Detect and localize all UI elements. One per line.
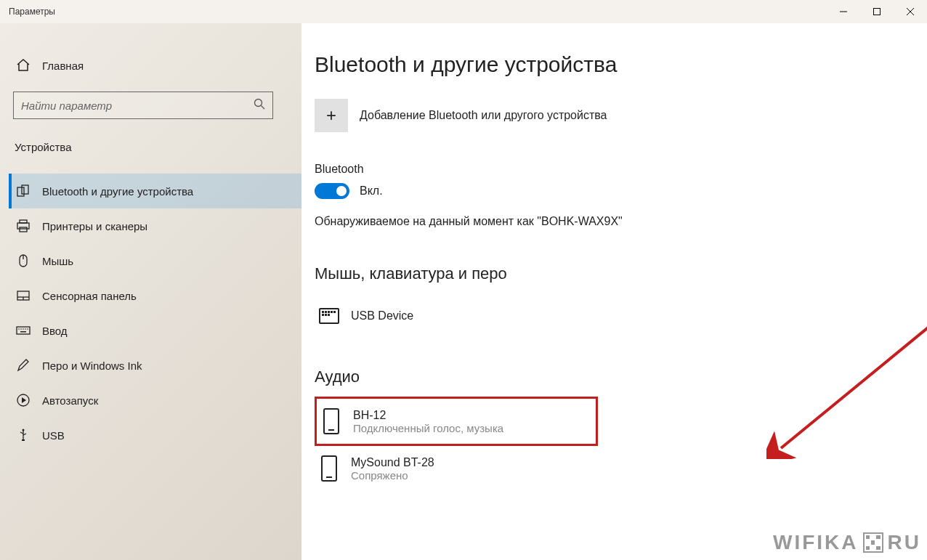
svg-rect-16 — [17, 327, 30, 334]
plus-icon: + — [315, 99, 348, 132]
sidebar-item-label: Автозапуск — [42, 394, 98, 407]
qr-icon — [863, 532, 883, 553]
page-title: Bluetooth и другие устройства — [315, 52, 927, 77]
main-content: Bluetooth и другие устройства + Добавлен… — [301, 23, 927, 560]
sidebar-item-bluetooth[interactable]: Bluetooth и другие устройства — [9, 174, 301, 208]
bluetooth-toggle-row: Вкл. — [315, 183, 927, 199]
search-icon[interactable] — [254, 98, 265, 113]
sidebar-item-usb[interactable]: USB — [9, 418, 301, 453]
svg-line-5 — [262, 106, 265, 110]
svg-rect-1 — [874, 9, 881, 15]
device-status: Подключенный голос, музыка — [353, 422, 503, 434]
device-name: MySound BT-28 — [351, 456, 434, 469]
add-device-button[interactable]: + Добавление Bluetooth или другого устро… — [315, 99, 927, 132]
search-input[interactable] — [21, 100, 254, 112]
device-row-usb[interactable]: USB Device — [315, 293, 765, 338]
svg-point-21 — [27, 328, 28, 330]
pen-icon — [16, 358, 31, 373]
usb-icon — [16, 428, 31, 442]
titlebar: Параметры — [0, 0, 927, 23]
bluetooth-label: Bluetooth — [315, 163, 927, 176]
svg-rect-26 — [22, 439, 25, 441]
svg-point-25 — [23, 429, 25, 431]
home-nav-item[interactable]: Главная — [13, 52, 301, 78]
phone-device-icon — [321, 407, 341, 435]
add-device-label: Добавление Bluetooth или другого устройс… — [360, 109, 607, 122]
search-box[interactable] — [13, 92, 273, 119]
mouse-icon — [16, 253, 31, 268]
section-mouse-header: Мышь, клавиатура и перо — [315, 264, 927, 283]
home-icon — [16, 58, 31, 73]
svg-point-20 — [25, 328, 26, 330]
svg-rect-6 — [17, 187, 24, 196]
device-name: BH-12 — [353, 409, 503, 422]
sidebar-item-label: Ввод — [42, 325, 68, 337]
printer-icon — [16, 219, 31, 233]
titlebar-controls — [827, 0, 927, 23]
keyboard-icon — [16, 323, 31, 338]
device-row-bh12[interactable]: BH-12 Подключенный голос, музыка — [315, 397, 598, 446]
sidebar-item-autoplay[interactable]: Автозапуск — [9, 383, 301, 418]
close-button[interactable] — [894, 0, 927, 23]
svg-point-17 — [18, 328, 20, 330]
device-row-mysound[interactable]: MySound BT-28 Сопряжено — [315, 446, 765, 491]
watermark-text: RU — [888, 531, 921, 554]
svg-rect-10 — [20, 227, 27, 232]
sidebar-item-touchpad[interactable]: Сенсорная панель — [9, 278, 301, 313]
sidebar-item-label: USB — [42, 429, 65, 442]
svg-point-19 — [23, 328, 24, 330]
watermark: WIFIKA RU — [773, 531, 921, 554]
maximize-button[interactable] — [860, 0, 894, 23]
svg-rect-22 — [20, 331, 26, 333]
sidebar-item-label: Мышь — [42, 255, 73, 267]
sidebar: Главная Устройства Bluetooth и другие ус… — [0, 23, 301, 560]
sidebar-item-printers[interactable]: Принтеры и сканеры — [9, 208, 301, 243]
sidebar-item-pen[interactable]: Перо и Windows Ink — [9, 348, 301, 383]
toggle-state-label: Вкл. — [360, 184, 383, 198]
minimize-button[interactable] — [827, 0, 860, 23]
section-audio-header: Аудио — [315, 368, 927, 386]
device-status: Сопряжено — [351, 469, 434, 482]
keyboard-device-icon — [319, 302, 339, 330]
sidebar-item-label: Принтеры и сканеры — [42, 220, 147, 232]
watermark-text: WIFIKA — [773, 531, 859, 554]
sidebar-section-title: Устройства — [15, 141, 301, 153]
sidebar-item-label: Перо и Windows Ink — [42, 360, 142, 372]
autoplay-icon — [16, 393, 31, 407]
bluetooth-toggle[interactable] — [315, 183, 349, 199]
toggle-knob — [336, 186, 347, 196]
window-title: Параметры — [9, 7, 55, 17]
sidebar-item-typing[interactable]: Ввод — [9, 313, 301, 348]
sidebar-item-mouse[interactable]: Мышь — [9, 243, 301, 278]
home-label: Главная — [42, 60, 84, 72]
device-name: USB Device — [351, 309, 413, 322]
phone-device-icon — [319, 455, 339, 482]
touchpad-icon — [16, 288, 31, 303]
svg-point-18 — [20, 328, 22, 330]
sidebar-item-label: Сенсорная панель — [42, 290, 137, 302]
sidebar-item-label: Bluetooth и другие устройства — [42, 185, 193, 198]
bluetooth-devices-icon — [16, 184, 31, 198]
discoverable-text: Обнаруживаемое на данный момент как "BOH… — [315, 215, 927, 228]
svg-point-4 — [255, 100, 262, 107]
svg-rect-7 — [22, 185, 28, 194]
